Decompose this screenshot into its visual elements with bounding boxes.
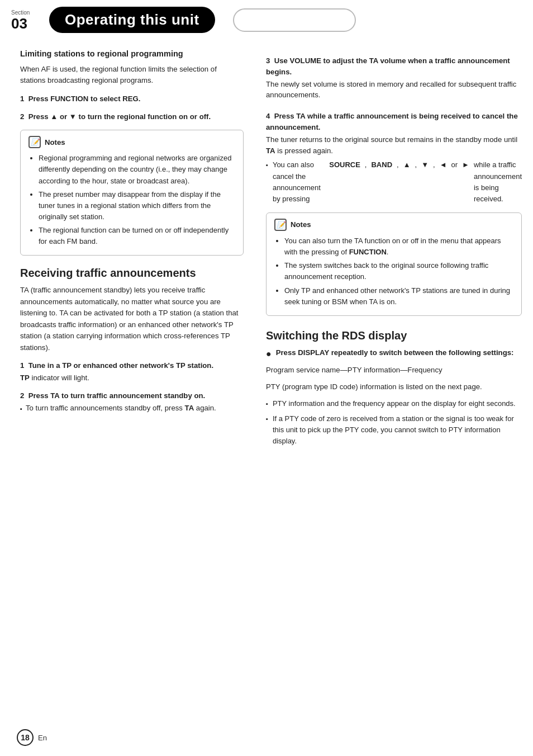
rds-bullet-heading: Press DISPLAY repeatedly to switch betwe… bbox=[266, 347, 522, 361]
notes-title-traffic: 📝 Notes bbox=[274, 219, 513, 231]
step-1-traffic: 1 Tune in a TP or enhanced other network… bbox=[20, 360, 244, 384]
step-1-label: 1 Press FUNCTION to select REG. bbox=[20, 94, 140, 103]
note-item: Regional programming and regional networ… bbox=[39, 153, 235, 186]
notes-list-limiting: Regional programming and regional networ… bbox=[28, 153, 235, 247]
step-4-cancel: 4 Press TA while a traffic announcement … bbox=[266, 111, 522, 205]
page-title: Operating this unit bbox=[49, 7, 215, 33]
step-4-body: The tuner returns to the original source… bbox=[266, 134, 522, 157]
limiting-stations-intro: When AF is used, the regional function l… bbox=[20, 64, 244, 87]
step-2-traffic-label: 2 Press TA to turn traffic announcement … bbox=[20, 390, 244, 401]
note-item: The regional function can be turned on o… bbox=[39, 225, 235, 247]
rds-body2: PTY (program type ID code) information i… bbox=[266, 381, 522, 393]
notes-icon-traffic: 📝 bbox=[274, 219, 287, 231]
limiting-stations-heading: Limiting stations to regional programmin… bbox=[20, 49, 244, 59]
notes-title-limiting: 📝 Notes bbox=[28, 136, 235, 148]
section-limiting-stations: Limiting stations to regional programmin… bbox=[20, 49, 244, 256]
step-3-volume: 3 Use VOLUME to adjust the TA volume whe… bbox=[266, 55, 522, 101]
note-item: Only TP and enhanced other network's TP … bbox=[284, 285, 513, 308]
rds-bullet-1: PTY information and the frequency appear… bbox=[266, 398, 522, 409]
page-footer: 18 En bbox=[17, 729, 47, 746]
right-column: 3 Use VOLUME to adjust the TA volume whe… bbox=[260, 49, 522, 455]
step-2-traffic: 2 Press TA to turn traffic announcement … bbox=[20, 390, 244, 414]
step-4-label: 4 Press TA while a traffic announcement … bbox=[266, 111, 522, 133]
rds-heading: Switching the RDS display bbox=[266, 328, 522, 343]
notes-icon-limiting: 📝 bbox=[28, 136, 41, 148]
page-content: Limiting stations to regional programmin… bbox=[0, 33, 533, 466]
step-2-limiting: 2 Press ▲ or ▼ to turn the regional func… bbox=[20, 111, 244, 122]
step-3-label: 3 Use VOLUME to adjust the TA volume whe… bbox=[266, 55, 522, 78]
step-1-traffic-label: 1 Tune in a TP or enhanced other network… bbox=[20, 360, 244, 371]
step-4-bullet: You can also cancel the announcement by … bbox=[266, 159, 522, 205]
step-2-label: 2 Press ▲ or ▼ to turn the regional func… bbox=[20, 112, 211, 121]
notes-box-traffic: 📝 Notes You can also turn the TA functio… bbox=[266, 212, 522, 316]
note-item: The system switches back to the original… bbox=[284, 260, 513, 282]
notes-box-limiting: 📝 Notes Regional programming and regiona… bbox=[20, 130, 244, 256]
page-number: 18 bbox=[17, 729, 34, 746]
section-number: 03 bbox=[11, 16, 27, 31]
section-badge: Section 03 bbox=[11, 10, 40, 31]
step-1-traffic-body: TP indicator will light. bbox=[20, 372, 244, 384]
section-rds-display: Switching the RDS display Press DISPLAY … bbox=[266, 328, 522, 447]
step-3-body: The newly set volume is stored in memory… bbox=[266, 79, 522, 101]
page-header: Section 03 Operating this unit bbox=[0, 0, 533, 33]
rds-body1: Program service name—PTY information—Fre… bbox=[266, 365, 522, 376]
left-column: Limiting stations to regional programmin… bbox=[20, 49, 260, 455]
step-2-traffic-body: ▪ To turn traffic announcements standby … bbox=[20, 403, 244, 414]
section-traffic-announcements: Receiving traffic announcements TA (traf… bbox=[20, 266, 244, 413]
rds-bullet-2: If a PTY code of zero is received from a… bbox=[266, 413, 522, 447]
traffic-announcements-heading: Receiving traffic announcements bbox=[20, 266, 244, 280]
language-label: En bbox=[38, 734, 47, 742]
step-1-limiting: 1 Press FUNCTION to select REG. bbox=[20, 93, 244, 105]
notes-list-traffic: You can also turn the TA function on or … bbox=[274, 235, 513, 308]
header-right-decoration bbox=[233, 8, 356, 32]
traffic-announcements-intro: TA (traffic announcement standby) lets y… bbox=[20, 285, 244, 353]
note-item: The preset number may disappear from the… bbox=[39, 189, 235, 223]
note-item: You can also turn the TA function on or … bbox=[284, 235, 513, 258]
